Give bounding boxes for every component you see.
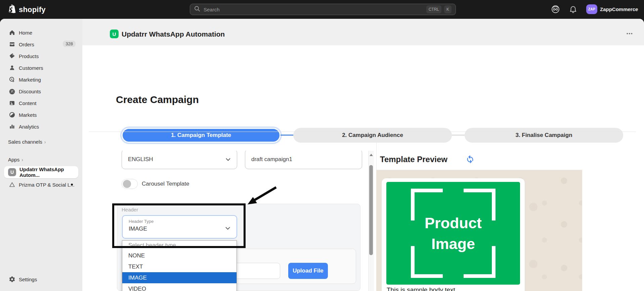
- updatrr-app-icon: U: [8, 168, 16, 176]
- sidebar-item-updatrr-app[interactable]: U Updatrr WhatsApp Autom...: [4, 166, 78, 178]
- shopify-logo[interactable]: shopify: [8, 4, 46, 15]
- preview-body-text: This is sample body text: [387, 286, 455, 291]
- annotation-box: [112, 203, 246, 248]
- avatar[interactable]: ZAP: [586, 4, 597, 14]
- step-connector: [281, 135, 293, 136]
- sidebar-item-marketing[interactable]: Marketing: [4, 74, 78, 85]
- sidebar-item-discounts[interactable]: Discounts: [4, 86, 78, 97]
- search-placeholder: Search: [204, 7, 424, 12]
- prizma-app-icon: [9, 181, 15, 188]
- chevron-right-icon: ›: [22, 157, 23, 162]
- notification-dot: [71, 184, 73, 186]
- search-icon: [194, 6, 200, 13]
- home-icon: [9, 29, 15, 36]
- gear-icon: [9, 276, 15, 283]
- apps-label: Apps: [8, 157, 19, 162]
- marketing-icon: [9, 76, 15, 83]
- sidebar-section-sales-channels[interactable]: Sales channels ›: [8, 139, 46, 145]
- bell-icon[interactable]: [569, 5, 577, 15]
- refresh-icon[interactable]: [466, 155, 475, 165]
- shopify-wordmark: shopify: [19, 5, 46, 14]
- step-label: 2. Campaign Audience: [342, 132, 403, 139]
- sidebar-item-products[interactable]: Products: [4, 50, 78, 62]
- sidebar-item-label: Orders: [19, 42, 34, 47]
- annotation-arrow: [232, 177, 289, 215]
- sidebar-item-label: Analytics: [19, 124, 39, 130]
- sidebar-item-label: Settings: [19, 277, 37, 282]
- sidebar-item-label: Marketing: [19, 77, 41, 83]
- carousel-toggle[interactable]: [122, 179, 138, 189]
- shopify-bag-icon: [8, 4, 16, 15]
- dropdown-option-text[interactable]: TEXT: [122, 261, 237, 272]
- sidebar-section-apps[interactable]: Apps ›: [8, 157, 23, 162]
- campaign-name-input[interactable]: [245, 151, 362, 169]
- scrollbar-thumb[interactable]: [369, 165, 373, 255]
- dropdown-option-none[interactable]: NONE: [122, 250, 237, 261]
- screen: shopify Search CTRL K ZAP ZappCommerce H…: [0, 0, 644, 291]
- step-campaign-template[interactable]: 1. Campaign Template: [122, 128, 281, 143]
- step-label: 3. Finalise Campaign: [515, 132, 572, 139]
- orders-count-badge: 328: [63, 41, 76, 47]
- sidebar-item-label: Updatrr WhatsApp Autom...: [19, 166, 78, 178]
- analytics-icon: [9, 123, 15, 130]
- svg-text:$: $: [12, 114, 14, 117]
- language-value: ENGLISH: [128, 156, 225, 163]
- step-label: 1. Campaign Template: [171, 132, 231, 139]
- sidebar-item-markets[interactable]: $ Markets: [4, 109, 78, 120]
- placeholder-text: Product Image: [403, 213, 504, 254]
- products-icon: [9, 53, 15, 59]
- sidebar-item-home[interactable]: Home: [4, 27, 78, 38]
- sidebar-item-analytics[interactable]: Analytics: [4, 121, 78, 132]
- whatsapp-preview: Product Image This is sample body text T…: [376, 170, 582, 291]
- dropdown-option-image[interactable]: IMAGE: [122, 272, 237, 283]
- sidebar-item-customers[interactable]: Customers: [4, 62, 78, 74]
- content-icon: [9, 100, 15, 106]
- page-header-band: U Updatrr WhatsApp Automation •••: [82, 19, 644, 45]
- app-frame: Home Orders 328 Products Customers Marke…: [0, 19, 644, 291]
- sidebar-item-label: Products: [19, 53, 39, 59]
- sidebar-item-label: Home: [19, 30, 32, 36]
- chevron-right-icon: ›: [44, 139, 46, 145]
- search-bar[interactable]: Search CTRL K: [190, 4, 456, 15]
- customers-icon: [9, 64, 15, 71]
- sidebar-item-label: Discounts: [19, 89, 41, 94]
- sidebar-item-label: Markets: [19, 112, 37, 118]
- sidebar-item-label: Prizma OTP & Social L...: [19, 182, 75, 188]
- account-name[interactable]: ZappCommerce: [600, 6, 638, 12]
- markets-icon: $: [9, 111, 15, 118]
- sidebar-item-orders[interactable]: Orders 328: [4, 39, 78, 50]
- topbar: shopify Search CTRL K ZAP ZappCommerce: [0, 0, 644, 19]
- sales-channels-label: Sales channels: [8, 139, 42, 145]
- sidebar-item-content[interactable]: Content: [4, 97, 78, 109]
- message-bubble: Product Image This is sample body text T…: [382, 178, 525, 291]
- carousel-toggle-label: Carousel Template: [142, 181, 189, 187]
- sidekick-icon[interactable]: [551, 5, 560, 15]
- app-icon: U: [110, 30, 119, 38]
- kbd-ctrl: CTRL: [426, 5, 441, 13]
- step-finalise-campaign[interactable]: 3. Finalise Campaign: [465, 128, 623, 143]
- sidebar-item-label: Customers: [19, 65, 43, 71]
- sidebar: Home Orders 328 Products Customers Marke…: [0, 19, 82, 291]
- divider: [89, 132, 636, 132]
- kbd-k: K: [444, 5, 452, 13]
- chevron-down-icon: [225, 156, 231, 163]
- step-connector: [452, 135, 465, 136]
- preview-title: Template Preview: [380, 155, 447, 164]
- discounts-icon: [9, 88, 15, 95]
- toggle-knob: [123, 180, 131, 188]
- sidebar-item-settings[interactable]: Settings: [4, 274, 78, 285]
- step-campaign-audience[interactable]: 2. Campaign Audience: [293, 128, 452, 143]
- page-app-title: Updatrr WhatsApp Automation: [122, 30, 225, 38]
- upload-file-button[interactable]: Upload File: [288, 263, 328, 279]
- scroll-up-arrow[interactable]: [370, 154, 373, 156]
- overflow-menu-button[interactable]: •••: [627, 31, 633, 36]
- dropdown-option-video[interactable]: VIDEO: [122, 283, 237, 291]
- language-select[interactable]: ENGLISH: [122, 151, 237, 169]
- orders-icon: [9, 41, 15, 48]
- sidebar-item-prizma-app[interactable]: Prizma OTP & Social L...: [4, 179, 78, 190]
- sidebar-item-label: Content: [19, 100, 37, 106]
- product-image-placeholder: Product Image: [386, 182, 520, 285]
- page-title: Create Campaign: [116, 94, 199, 105]
